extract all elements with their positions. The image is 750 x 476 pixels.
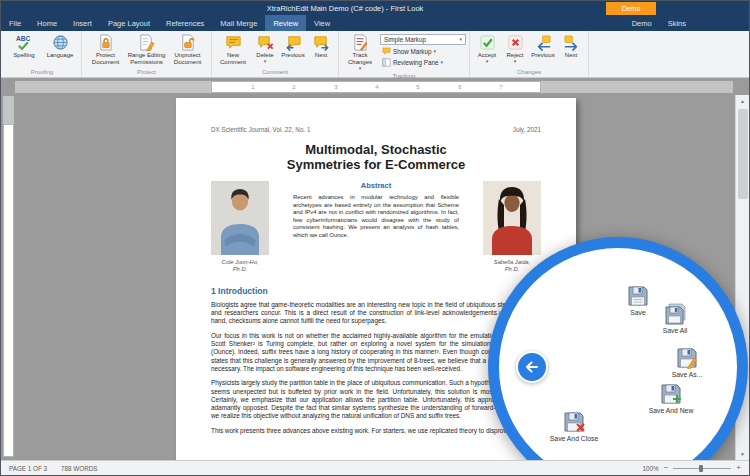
show-markup-button[interactable]: Show Markup ▾ xyxy=(380,46,466,56)
zoom-in-button[interactable]: + xyxy=(736,464,741,472)
group-comment: New Comment Delete ▾ Previous Next Comme… xyxy=(212,31,339,77)
group-proofing: ABC Spelling Language Proofing xyxy=(3,31,82,77)
demo-category-badge[interactable]: Demo xyxy=(606,2,656,15)
tab-file[interactable]: File xyxy=(1,15,29,31)
group-protect: Protect Document Range Editing Permissio… xyxy=(82,31,212,77)
previous-change-label: Previous xyxy=(531,52,554,59)
language-button[interactable]: Language xyxy=(42,32,78,67)
unprotect-document-button[interactable]: Unprotect Document xyxy=(167,32,208,67)
tabrow-right: Demo Skins xyxy=(624,15,694,31)
callout-back-button[interactable] xyxy=(516,351,548,383)
vertical-ruler[interactable] xyxy=(3,96,14,457)
author-left: Cole Joon-Ho, Ph.D. xyxy=(211,181,269,273)
spellcheck-icon: ABC xyxy=(16,34,33,51)
reviewing-pane-icon xyxy=(382,58,391,67)
application-window: XtraRichEdit Main Demo (C# code) - First… xyxy=(0,0,750,476)
save-options-callout: Save Save All Save As... Save And New Sa… xyxy=(488,237,748,476)
tab-page-layout[interactable]: Page Layout xyxy=(100,15,158,31)
window-title: XtraRichEdit Main Demo (C# code) - First… xyxy=(267,4,484,13)
save-and-close-button[interactable]: Save And Close xyxy=(539,411,609,442)
dropdown-arrow-icon: ▾ xyxy=(441,60,444,65)
save-all-label: Save All xyxy=(663,327,688,334)
reviewing-pane-button[interactable]: Reviewing Pane ▾ xyxy=(380,57,466,67)
next-change-button[interactable]: Next xyxy=(557,32,585,67)
document-header-line: DX Scientific Journal, Vol. 22, No. 1 Ju… xyxy=(211,126,541,133)
reviewing-pane-label: Reviewing Pane xyxy=(393,59,439,66)
svg-text:ABC: ABC xyxy=(16,35,31,42)
scroll-up-button[interactable]: ▲ xyxy=(736,95,750,107)
save-and-new-label: Save And New xyxy=(649,407,694,414)
range-editing-permissions-button[interactable]: Range Editing Permissions xyxy=(126,32,167,67)
reject-icon xyxy=(507,34,524,51)
save-and-close-label: Save And Close xyxy=(550,435,598,442)
tab-review[interactable]: Review xyxy=(265,15,306,31)
group-caption-protect: Protect xyxy=(85,67,208,77)
zoom-level: 100% xyxy=(643,465,659,472)
save-all-button[interactable]: Save All xyxy=(640,303,710,334)
save-as-button[interactable]: Save As... xyxy=(652,347,722,378)
status-bar: PAGE 1 OF 3 788 WORDS 100% − + xyxy=(1,460,749,475)
abstract-text: Recent advances in modular technology an… xyxy=(293,194,459,240)
tab-mail-merge[interactable]: Mail Merge xyxy=(212,15,265,31)
tab-insert[interactable]: Insert xyxy=(65,15,100,31)
tabrow-spacer xyxy=(338,15,623,31)
tab-demo[interactable]: Demo xyxy=(624,15,660,31)
delete-comment-button[interactable]: Delete ▾ xyxy=(251,32,279,67)
tab-view[interactable]: View xyxy=(306,15,338,31)
dropdown-arrow-icon: ▾ xyxy=(434,49,437,54)
dropdown-arrow-icon: ▾ xyxy=(264,59,267,64)
markup-mode-combobox[interactable]: Simple Markup ▾ xyxy=(380,34,466,45)
tab-references[interactable]: References xyxy=(158,15,212,31)
group-caption-changes: Changes xyxy=(473,67,585,77)
reject-change-button[interactable]: Reject ▾ xyxy=(501,32,529,67)
previous-comment-label: Previous xyxy=(281,52,304,59)
zoom-out-button[interactable]: − xyxy=(664,464,669,472)
unprotect-document-icon xyxy=(179,34,196,51)
next-comment-button[interactable]: Next xyxy=(307,32,335,67)
arrow-left-icon xyxy=(524,359,540,375)
save-and-new-icon xyxy=(660,383,682,405)
show-markup-label: Show Markup xyxy=(393,48,432,55)
vertical-ruler-active-region xyxy=(3,124,14,457)
tab-skins[interactable]: Skins xyxy=(660,15,694,31)
new-comment-button[interactable]: New Comment xyxy=(215,32,251,67)
delete-comment-icon xyxy=(257,34,274,51)
track-changes-icon xyxy=(352,34,369,51)
zoom-slider[interactable] xyxy=(673,464,731,473)
previous-change-button[interactable]: Previous xyxy=(529,32,557,67)
horizontal-ruler[interactable]: 1 2 3 4 5 6 7 xyxy=(15,81,733,93)
page-indicator[interactable]: PAGE 1 OF 3 xyxy=(9,465,47,472)
word-count[interactable]: 788 WORDS xyxy=(61,465,97,472)
document-title: Multimodal, Stochastic Symmetries for E-… xyxy=(211,142,541,172)
protect-document-label: Protect Document xyxy=(86,52,125,66)
save-and-new-button[interactable]: Save And New xyxy=(636,383,706,414)
spelling-button[interactable]: ABC Spelling xyxy=(6,32,42,67)
chevron-down-icon: ▾ xyxy=(459,37,462,42)
status-bar-left: PAGE 1 OF 3 788 WORDS xyxy=(9,465,97,472)
zoom-slider-thumb[interactable] xyxy=(699,465,703,472)
markup-mode-value: Simple Markup xyxy=(384,36,426,43)
scrollbar-thumb[interactable] xyxy=(738,109,748,199)
ruler-number: 1 xyxy=(251,84,254,90)
tab-home[interactable]: Home xyxy=(29,15,65,31)
ribbon-tab-row: File Home Insert Page Layout References … xyxy=(1,15,749,31)
accept-change-button[interactable]: Accept ▾ xyxy=(473,32,501,67)
tracking-options-column: Simple Markup ▾ Show Markup ▾ Reviewing … xyxy=(380,32,466,71)
ruler-number: 3 xyxy=(334,84,337,90)
save-as-label: Save As... xyxy=(672,371,703,378)
save-all-icon xyxy=(664,303,686,325)
track-changes-button[interactable]: Track Changes ▾ xyxy=(342,32,378,71)
range-permissions-icon xyxy=(138,34,155,51)
next-comment-icon xyxy=(313,34,330,51)
protect-document-button[interactable]: Protect Document xyxy=(85,32,126,67)
journal-date: July, 2021 xyxy=(513,126,541,133)
group-changes: Accept ▾ Reject ▾ Previous Next Changes xyxy=(470,31,589,77)
accept-icon xyxy=(479,34,496,51)
save-as-icon xyxy=(676,347,698,369)
abstract-heading: Abstract xyxy=(361,181,391,190)
spelling-label: Spelling xyxy=(13,52,34,59)
previous-comment-button[interactable]: Previous xyxy=(279,32,307,67)
titlebar[interactable]: XtraRichEdit Main Demo (C# code) - First… xyxy=(1,1,749,15)
ribbon: ABC Spelling Language Proofing Protect D… xyxy=(1,31,749,78)
ruler-number: 7 xyxy=(499,84,502,90)
